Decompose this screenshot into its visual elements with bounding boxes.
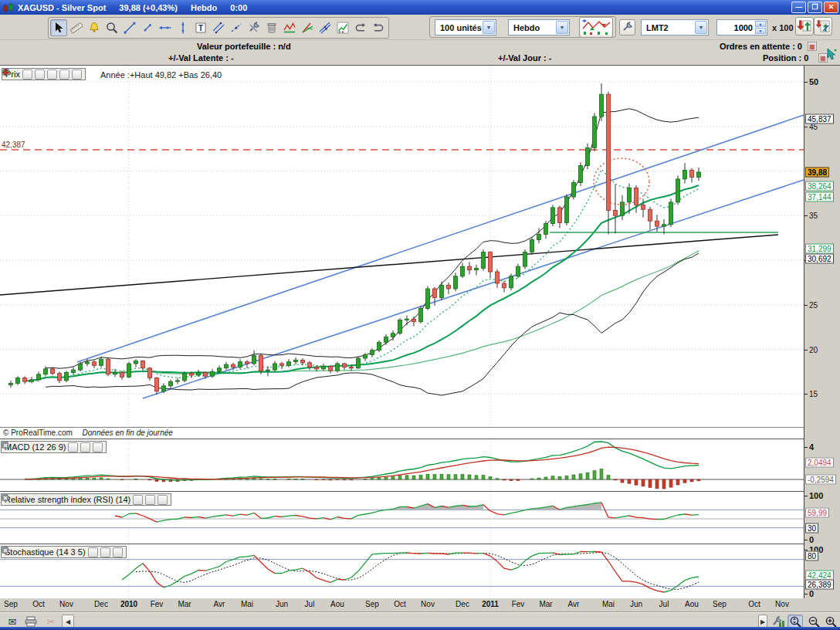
arrow-right-icon: ▶: [760, 618, 765, 625]
wrench-icon[interactable]: [88, 547, 98, 557]
axis-tick: [804, 496, 808, 496]
price-axis-label: 25: [809, 301, 818, 310]
title-bar: XAGUSD - Silver Spot 39,88 (+0,43%) Hebd…: [0, 0, 840, 15]
tool-undo-button[interactable]: [352, 19, 369, 36]
tool-zoom-button[interactable]: [103, 19, 120, 36]
price-value-box: 45,837: [805, 114, 834, 124]
wrench-icon[interactable]: [133, 495, 143, 505]
rsi-panel-header: Relative strength index (RSI) (14): [1, 493, 171, 506]
last-quote: 39,88 (+0,43%): [119, 3, 178, 12]
price-chart-canvas[interactable]: [0, 66, 804, 439]
tool-text-button[interactable]: T: [192, 19, 209, 36]
time-axis-label: Nov: [421, 600, 435, 608]
tool-pattern-zigzag-button[interactable]: [281, 19, 298, 36]
macd-panel[interactable]: MACD (12 26 9): [0, 439, 804, 491]
price-axis-gutter[interactable]: 5045353025201545,83739,8838,26437,14431,…: [804, 66, 840, 599]
price-value-box: 31,299: [805, 244, 834, 254]
time-axis-label: Mai: [241, 600, 253, 608]
rsi-panel[interactable]: Relative strength index (RSI) (14): [0, 491, 804, 544]
minimize-button[interactable]: —: [791, 2, 806, 13]
modify-order-button[interactable]: [814, 17, 832, 36]
tool-segment-button[interactable]: [139, 19, 156, 36]
chevron-down-icon[interactable]: ▼: [556, 21, 568, 34]
timeframe-select[interactable]: Hebdo▼: [508, 19, 570, 36]
tool-crossed-lines-button[interactable]: [317, 19, 334, 36]
tool-pitchfork-button[interactable]: [299, 19, 316, 36]
price-axis-label: 50: [809, 77, 818, 86]
time-axis-label: Avr: [214, 600, 225, 608]
time-axis[interactable]: SepOctNovDec2010FevMarAvrMaiJunJulAouSep…: [0, 598, 840, 612]
order-settings-button[interactable]: [619, 19, 635, 36]
orders-detail-icon[interactable]: ▦: [808, 42, 817, 51]
window-icon[interactable]: [100, 547, 110, 557]
tool-chart-forecast-button[interactable]: [334, 19, 351, 36]
spin-down-icon[interactable]: ▼: [755, 28, 766, 34]
macd-value-box: 2,0494: [805, 458, 834, 468]
tool-delete-drawing-button[interactable]: [263, 19, 280, 36]
rsi-value-box: 30: [805, 523, 818, 533]
stoch-axis-label: 0: [809, 589, 814, 598]
tool-extended-line-button[interactable]: [228, 19, 245, 36]
chevron-down-icon[interactable]: ▼: [483, 21, 495, 34]
alerts-icon: [87, 21, 101, 35]
time-axis-label: Aou: [330, 600, 344, 608]
candlestick-icon: [2, 2, 15, 13]
window-icon[interactable]: [145, 495, 155, 505]
trendline-icon: [123, 21, 137, 35]
time-axis-label: Fev: [512, 600, 525, 608]
arrow-up-icon[interactable]: [59, 69, 69, 80]
position-label: Position : 0: [763, 53, 808, 63]
buy-sell-order-button[interactable]: [795, 17, 814, 36]
close-icon[interactable]: [47, 69, 57, 80]
chart-type-icon: [581, 18, 611, 36]
lot-multiplier-label: x 100: [772, 23, 794, 32]
tool-alerts-button[interactable]: [86, 19, 103, 36]
macd-title: MACD (12 26 9): [5, 442, 66, 452]
tool-cursor-button[interactable]: [50, 19, 67, 36]
stoch-value-box: 26,389: [805, 580, 834, 590]
tool-vertical-line-button[interactable]: [174, 19, 191, 36]
axis-tick: [804, 215, 808, 216]
price-axis-label: 15: [809, 390, 818, 398]
order-type-select[interactable]: LMT2▼: [641, 19, 709, 36]
close-icon[interactable]: [93, 442, 103, 452]
latent-value-label: +/-Val Latente : -: [168, 53, 234, 63]
arrow-down-icon[interactable]: [72, 69, 82, 80]
time-axis-label: Sep: [713, 600, 727, 608]
wrench-icon[interactable]: [22, 69, 32, 80]
tool-parallel-lines-button[interactable]: [210, 19, 227, 36]
price-axis-label: 35: [809, 212, 818, 220]
window-icon[interactable]: [80, 442, 90, 452]
chart-type-button[interactable]: [579, 17, 613, 38]
spin-up-icon[interactable]: ▲: [755, 21, 766, 27]
chevron-down-icon[interactable]: ▼: [695, 21, 707, 34]
restore-button[interactable]: ❐: [808, 2, 822, 13]
pointer-tool-icon[interactable]: [825, 48, 837, 63]
close-button[interactable]: ✕: [824, 2, 838, 13]
time-axis-label: Oct: [32, 600, 45, 608]
close-icon[interactable]: [113, 547, 123, 557]
time-axis-label: Oct: [394, 600, 406, 608]
portfolio-value-label: Valeur portefeuille : n/d: [197, 42, 291, 51]
tool-drawing-tools-button[interactable]: [246, 19, 262, 36]
time-axis-label: Dec: [456, 600, 469, 608]
time-axis-label: Mar: [178, 600, 191, 608]
close-icon[interactable]: [158, 495, 168, 505]
price-panel[interactable]: Prix Année :+Haut 49,82 +Bas 26,40 42,38…: [0, 66, 804, 439]
tool-ruler-button[interactable]: [68, 19, 85, 36]
year-range-stats: Année :+Haut 49,82 +Bas 26,40: [100, 70, 222, 80]
quantity-input[interactable]: [719, 21, 754, 34]
stoch-value-box: 80: [805, 551, 818, 561]
tool-horizontal-line-button[interactable]: [157, 19, 174, 36]
copyright-text: © ProRealTime.com: [3, 428, 73, 437]
units-select[interactable]: 100 unités▼: [435, 19, 496, 36]
order-arrows-icon: [797, 19, 812, 34]
macd-canvas[interactable]: [0, 439, 804, 492]
time-axis-label: Jun: [630, 600, 642, 608]
tool-trendline-button[interactable]: [121, 19, 138, 36]
stochastic-panel[interactable]: Stochastique (14 3 5): [0, 544, 804, 599]
tool-redo-button[interactable]: [370, 19, 387, 36]
rsi-axis-label: 0: [809, 535, 814, 544]
wrench-icon[interactable]: [68, 442, 78, 452]
window-icon[interactable]: [35, 69, 45, 80]
